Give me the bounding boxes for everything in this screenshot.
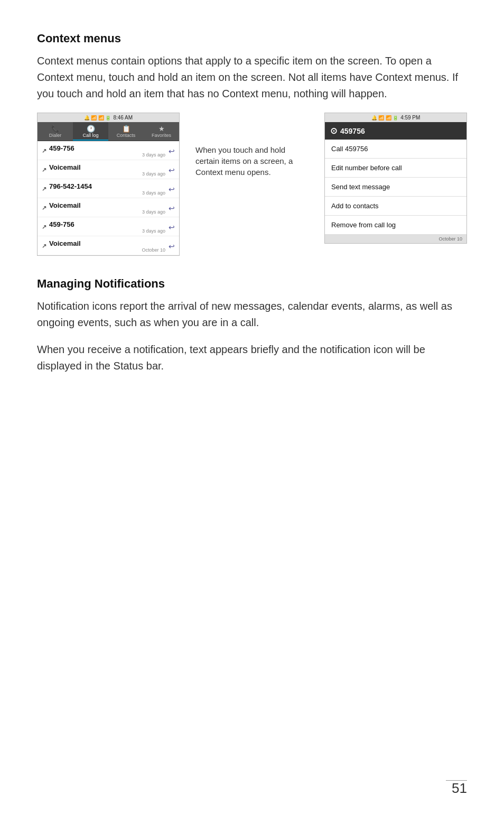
call-date-2: 3 days ago (49, 171, 165, 177)
call-log-list: ↗ 459-756 3 days ago ↩ ↗ Voicemail 3 day… (38, 141, 179, 255)
callback-icon-6[interactable]: ↩ (169, 242, 175, 251)
call-log-item-3[interactable]: ↗ 796-542-1454 3 days ago ↩ (38, 179, 179, 198)
contacts-icon: 📋 (109, 125, 143, 133)
favorites-icon: ★ (145, 125, 178, 133)
call-info-6: Voicemail October 10 (49, 239, 165, 253)
left-phone-screen: 🔔 📶 📶 🔋 8:46 AM 📞 Dialer 🕐 Call log 📋 Co… (37, 113, 180, 256)
call-arrow-3: ↗ (42, 186, 46, 192)
tab-contacts-label: Contacts (117, 133, 136, 138)
call-log-icon: 🕐 (74, 125, 107, 133)
context-header-icon: ⊙ (330, 126, 337, 136)
call-arrow-1: ↗ (42, 147, 46, 154)
call-number-5: 459-756 (49, 220, 165, 228)
call-arrow-5: ↗ (42, 224, 46, 230)
left-phone-status-bar: 🔔 📶 📶 🔋 8:46 AM (38, 113, 179, 122)
tab-contacts[interactable]: 📋 Contacts (108, 122, 144, 141)
context-menu-item-edit[interactable]: Edit number before call (325, 159, 466, 178)
right-status-icons: 🔔 📶 📶 🔋 (371, 115, 399, 121)
section-context-menus: Context menus Context menus contain opti… (37, 32, 467, 102)
context-menu-item-call[interactable]: Call 459756 (325, 140, 466, 159)
call-log-item-2[interactable]: ↗ Voicemail 3 days ago ↩ (38, 160, 179, 179)
phones-area: 🔔 📶 📶 🔋 8:46 AM 📞 Dialer 🕐 Call log 📋 Co… (37, 113, 467, 256)
left-phone-tabs: 📞 Dialer 🕐 Call log 📋 Contacts ★ Favorit… (38, 122, 179, 141)
context-header-number: 459756 (340, 127, 365, 135)
context-menu-item-add-contact[interactable]: Add to contacts (325, 197, 466, 216)
call-date-4: 3 days ago (49, 209, 165, 215)
callback-icon-1[interactable]: ↩ (169, 147, 175, 155)
context-menus-body: Context menus contain options that apply… (37, 53, 467, 102)
left-phone-time: 8:46 AM (113, 115, 133, 121)
callback-icon-5[interactable]: ↩ (169, 223, 175, 232)
tab-dialer-label: Dialer (49, 133, 62, 138)
right-phone-time: 4:59 PM (400, 115, 420, 121)
call-number-1: 459-756 (49, 144, 165, 152)
call-arrow-4: ↗ (42, 205, 46, 211)
call-number-3: 796-542-1454 (49, 182, 165, 190)
callback-icon-4[interactable]: ↩ (169, 204, 175, 212)
call-info-5: 459-756 3 days ago (49, 220, 165, 234)
section-managing-notifications: Managing Notifications Notification icon… (37, 277, 467, 374)
right-phone-screen: 🔔 📶 📶 🔋 4:59 PM ⊙ 459756 Call 459756 Edi… (324, 113, 467, 244)
call-arrow-2: ↗ (42, 167, 46, 173)
call-info-3: 796-542-1454 3 days ago (49, 182, 165, 196)
callback-icon-3[interactable]: ↩ (169, 185, 175, 193)
page-number: 51 (452, 780, 467, 797)
tab-favorites-label: Favorites (152, 133, 171, 138)
call-log-item-1[interactable]: ↗ 459-756 3 days ago ↩ (38, 141, 179, 160)
callback-icon-2[interactable]: ↩ (169, 166, 175, 174)
tab-favorites[interactable]: ★ Favorites (144, 122, 179, 141)
context-menu-item-sms[interactable]: Send text message (325, 178, 466, 197)
call-log-item-6[interactable]: ↗ Voicemail October 10 ↩ (38, 236, 179, 255)
call-date-1: 3 days ago (49, 152, 165, 158)
managing-notifications-body1: Notification icons report the arrival of… (37, 298, 467, 331)
context-menu-item-remove[interactable]: Remove from call log (325, 216, 466, 235)
context-menu-footer: October 10 (325, 235, 466, 243)
managing-notifications-title: Managing Notifications (37, 277, 467, 291)
tab-call-log-label: Call log (82, 133, 98, 138)
tab-dialer[interactable]: 📞 Dialer (38, 122, 73, 141)
call-info-2: Voicemail 3 days ago (49, 163, 165, 177)
dialer-icon: 📞 (39, 125, 72, 133)
call-number-2: Voicemail (49, 163, 165, 171)
left-status-icons: 🔔 📶 📶 🔋 (84, 115, 111, 121)
call-date-3: 3 days ago (49, 190, 165, 196)
annotation-content: When you touch and hold certain items on… (195, 145, 293, 177)
call-log-item-5[interactable]: ↗ 459-756 3 days ago ↩ (38, 217, 179, 236)
call-info-4: Voicemail 3 days ago (49, 201, 165, 215)
context-menu-header: ⊙ 459756 (325, 122, 466, 140)
tab-call-log[interactable]: 🕐 Call log (73, 122, 108, 141)
call-number-4: Voicemail (49, 201, 165, 209)
section-title-context-menus: Context menus (37, 32, 467, 45)
call-info-1: 459-756 3 days ago (49, 144, 165, 158)
call-date-6: October 10 (49, 247, 165, 253)
call-date-5: 3 days ago (49, 228, 165, 234)
call-number-6: Voicemail (49, 239, 165, 247)
annotation-text: When you touch and hold certain items on… (190, 113, 314, 178)
call-log-item-4[interactable]: ↗ Voicemail 3 days ago ↩ (38, 198, 179, 217)
call-arrow-6: ↗ (42, 243, 46, 249)
right-phone-status-bar: 🔔 📶 📶 🔋 4:59 PM (325, 113, 466, 122)
managing-notifications-body2: When you receive a notification, text ap… (37, 341, 467, 374)
